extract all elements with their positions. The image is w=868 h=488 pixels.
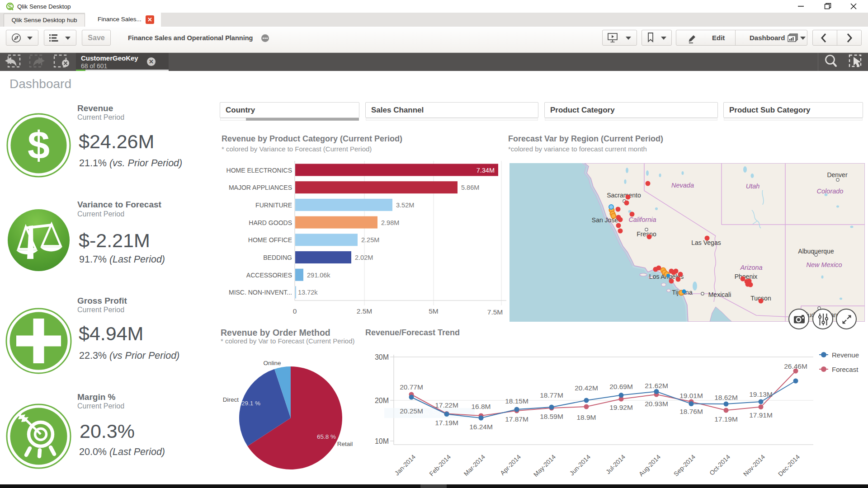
svg-text:MAJOR APPLIANCES: MAJOR APPLIANCES: [229, 184, 292, 191]
svg-text:65.8 %: 65.8 %: [317, 433, 336, 440]
svg-text:ACCESSORIES: ACCESSORIES: [246, 272, 292, 279]
svg-text:291.06k: 291.06k: [307, 272, 330, 279]
svg-text:California: California: [628, 216, 656, 223]
svg-text:17.87M: 17.87M: [505, 415, 528, 423]
svg-text:Arizona: Arizona: [740, 264, 762, 271]
svg-text:Direct: Direct: [223, 396, 239, 403]
svg-text:Sacramento: Sacramento: [607, 192, 641, 199]
svg-text:26.46M: 26.46M: [784, 362, 807, 370]
svg-text:7.5M: 7.5M: [487, 308, 503, 316]
svg-text:Retail: Retail: [337, 441, 353, 447]
svg-text:2.02M: 2.02M: [355, 254, 373, 261]
svg-text:2.5M: 2.5M: [357, 307, 372, 315]
svg-text:10M: 10M: [375, 437, 389, 445]
svg-text:20.77M: 20.77M: [400, 383, 423, 391]
svg-text:18.76M: 18.76M: [679, 408, 703, 415]
svg-text:13.72k: 13.72k: [298, 289, 318, 296]
svg-text:Sep-2014: Sep-2014: [672, 453, 697, 478]
svg-text:MISC. NON-INVENT...: MISC. NON-INVENT...: [229, 289, 292, 296]
svg-text:HOME OFFICE: HOME OFFICE: [248, 236, 292, 244]
svg-text:5M: 5M: [429, 307, 439, 315]
svg-text:19.13M: 19.13M: [749, 390, 773, 398]
svg-text:18.9M: 18.9M: [576, 413, 596, 421]
svg-text:Dec-2014: Dec-2014: [777, 453, 801, 478]
svg-text:Nevada: Nevada: [671, 182, 694, 189]
svg-text:5.86M: 5.86M: [461, 184, 479, 191]
svg-text:Nov-2014: Nov-2014: [742, 453, 766, 478]
svg-text:2.98M: 2.98M: [381, 219, 399, 226]
svg-text:20M: 20M: [375, 397, 389, 404]
svg-text:20.69M: 20.69M: [609, 383, 633, 390]
svg-text:Mexicali: Mexicali: [708, 291, 731, 298]
svg-text:17.19M: 17.19M: [435, 419, 458, 427]
svg-text:Jun-2014: Jun-2014: [568, 453, 592, 477]
svg-text:Jul-2014: Jul-2014: [604, 453, 627, 475]
svg-text:7.34M: 7.34M: [476, 167, 495, 174]
svg-text:Forecast: Forecast: [832, 366, 859, 373]
svg-text:Jan-2014: Jan-2014: [393, 453, 417, 477]
svg-text:New Mexico: New Mexico: [807, 261, 842, 268]
svg-text:20.25M: 20.25M: [400, 407, 423, 415]
svg-text:Utah: Utah: [746, 183, 760, 190]
svg-text:18.59M: 18.59M: [540, 413, 563, 420]
svg-text:0: 0: [293, 307, 297, 315]
svg-text:FURNITURE: FURNITURE: [255, 202, 292, 209]
svg-text:Revenue: Revenue: [832, 351, 859, 359]
svg-text:16.8M: 16.8M: [471, 403, 491, 410]
svg-text:Mar-2014: Mar-2014: [462, 453, 486, 478]
svg-text:19.01M: 19.01M: [679, 392, 703, 399]
svg-text:Online: Online: [263, 360, 281, 366]
svg-text:29.1 %: 29.1 %: [241, 400, 260, 407]
svg-text:18.62M: 18.62M: [714, 394, 738, 401]
svg-text:Aug-2014: Aug-2014: [637, 453, 662, 478]
svg-text:Feb-2014: Feb-2014: [428, 453, 452, 478]
svg-text:17.22M: 17.22M: [435, 401, 458, 409]
svg-text:19.92M: 19.92M: [609, 404, 633, 411]
svg-text:18.15M: 18.15M: [505, 397, 528, 405]
svg-text:Denver: Denver: [827, 171, 847, 178]
svg-text:30M: 30M: [375, 353, 389, 361]
svg-text:Colorado: Colorado: [817, 188, 844, 195]
svg-text:Fresno: Fresno: [637, 230, 656, 238]
svg-text:May-2014: May-2014: [532, 453, 557, 478]
svg-text:16.24M: 16.24M: [469, 423, 493, 431]
svg-text:3.52M: 3.52M: [396, 202, 414, 209]
svg-text:HOME ELECTRONICS: HOME ELECTRONICS: [226, 167, 292, 174]
svg-text:Apr-2014: Apr-2014: [499, 453, 522, 477]
svg-text:21.62M: 21.62M: [645, 382, 668, 389]
svg-text:20.42M: 20.42M: [575, 384, 598, 392]
svg-text:BEDDING: BEDDING: [263, 254, 292, 261]
svg-text:HARD GOODS: HARD GOODS: [249, 219, 292, 226]
svg-text:Phoenix: Phoenix: [735, 273, 758, 280]
svg-text:Oct-2014: Oct-2014: [708, 453, 731, 477]
svg-text:18.77M: 18.77M: [540, 391, 563, 399]
svg-text:$: $: [28, 123, 50, 168]
svg-text:20.93M: 20.93M: [645, 400, 668, 408]
svg-text:Albuquerque: Albuquerque: [798, 248, 834, 255]
svg-text:17.91M: 17.91M: [749, 411, 773, 419]
svg-text:17.19M: 17.19M: [714, 415, 738, 423]
svg-text:2.25M: 2.25M: [361, 236, 379, 244]
